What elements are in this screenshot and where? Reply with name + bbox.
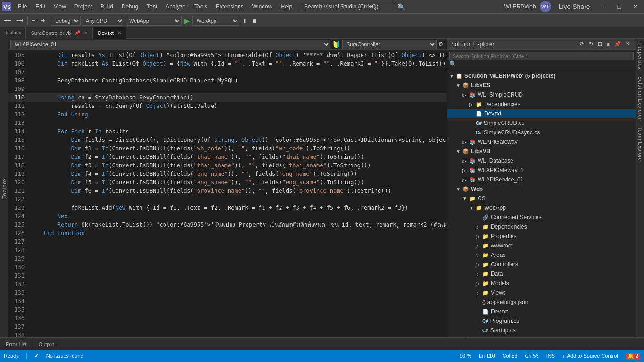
redo-btn[interactable]: ↪ <box>39 16 47 25</box>
code-line-116[interactable]: 116 Dim f1 = If(Convert.IsDBNull(fields(… <box>8 144 447 153</box>
code-line-136[interactable]: 136 <box>8 314 447 322</box>
tab-dev-txt[interactable]: Dev.txt ✕ <box>93 27 126 39</box>
profile-button[interactable]: WT <box>540 1 551 12</box>
team-explorer-tab[interactable]: Team Explorer <box>636 124 644 166</box>
menu-view[interactable]: View <box>50 2 70 11</box>
tree-item-19[interactable]: ▷📁Areas <box>447 250 636 260</box>
menu-extensions[interactable]: Extensions <box>212 2 248 11</box>
tree-item-11[interactable]: ▷📚WLAPIService_01 <box>447 175 636 184</box>
global-search-input[interactable] <box>301 2 395 11</box>
menu-tools[interactable]: Tools <box>190 2 211 11</box>
tree-item-3[interactable]: ▷📁Dependencies <box>447 99 636 109</box>
code-line-125[interactable]: 125 Return Ok(fakeList.ToList()) "color:… <box>8 221 447 229</box>
add-source-control[interactable]: ↑ Add to Source Control <box>562 353 618 360</box>
tree-item-26[interactable]: C#Program.cs <box>447 316 636 326</box>
menu-project[interactable]: Project <box>71 2 96 11</box>
tab-dev-close[interactable]: ✕ <box>117 30 121 35</box>
tree-item-20[interactable]: ▷📁Controllers <box>447 260 636 269</box>
menu-analyze[interactable]: Analyze <box>162 2 190 11</box>
code-line-134[interactable]: 134 <box>8 297 447 305</box>
menu-window[interactable]: Window <box>248 2 276 11</box>
se-pin-btn[interactable]: 📌 <box>612 40 623 48</box>
tab-sura-controller[interactable]: SuraController.vb 📌 ✕ <box>26 27 93 39</box>
code-line-120[interactable]: 120 Dim f5 = If(Convert.IsDBNull(fields(… <box>8 178 447 187</box>
menu-build[interactable]: Build <box>97 2 117 11</box>
class-dropdown[interactable]: WLAPIService_01 <box>10 40 330 49</box>
editor-settings-btn[interactable]: ⚙ <box>437 40 445 48</box>
menu-help[interactable]: Help <box>277 2 296 11</box>
tree-item-2[interactable]: ▷📚WL_SimpleCRUD <box>447 90 636 99</box>
code-line-133[interactable]: 133 <box>8 288 447 297</box>
code-line-106[interactable]: 106 Dim fakeList As IList(Of Object) = {… <box>8 59 447 68</box>
tree-item-0[interactable]: ▼📋Solution 'WLERPWeb' (6 projects) <box>447 71 636 81</box>
tree-item-21[interactable]: ▷📁Data <box>447 269 636 279</box>
tree-item-4[interactable]: 📄Dev.txt <box>447 109 636 118</box>
start-debug-btn[interactable]: ▶ <box>182 17 191 25</box>
solution-explorer-tab[interactable]: Solution Explorer <box>636 74 644 123</box>
code-line-131[interactable]: 131 <box>8 272 447 280</box>
pause-btn[interactable]: ⏸ <box>240 17 249 25</box>
tree-item-14[interactable]: ▼📁WebApp <box>447 203 636 213</box>
tree-item-24[interactable]: {}appsettings.json <box>447 297 636 307</box>
code-line-129[interactable]: 129 <box>8 255 447 263</box>
project-select[interactable]: WebApp <box>125 16 182 26</box>
code-line-115[interactable]: 115 Dim fields = DirectCast(r, IDictiona… <box>8 136 447 144</box>
code-line-135[interactable]: 135 <box>8 305 447 314</box>
code-line-124[interactable]: 124 Next <box>8 212 447 221</box>
code-line-126[interactable]: 126 End Function <box>8 229 447 238</box>
live-share-button[interactable]: Live Share <box>555 3 594 10</box>
forward-btn[interactable]: ⟶ <box>14 16 25 25</box>
code-line-130[interactable]: 130 <box>8 263 447 272</box>
tree-item-13[interactable]: ▼📁CS <box>447 194 636 203</box>
tree-item-12[interactable]: ▼📦Web <box>447 184 636 194</box>
tree-item-9[interactable]: ▷📚WL_Database <box>447 156 636 165</box>
menu-test[interactable]: Test <box>143 2 161 11</box>
tree-item-5[interactable]: C#SimpleCRUD.cs <box>447 118 636 128</box>
tree-item-18[interactable]: ▷📁wwwroot <box>447 241 636 250</box>
platform-select[interactable]: Any CPU <box>82 16 124 26</box>
code-line-117[interactable]: 117 Dim f2 = If(Convert.IsDBNull(fields(… <box>8 153 447 161</box>
se-close-btn[interactable]: ✕ <box>624 40 632 48</box>
menu-edit[interactable]: Edit <box>32 2 49 11</box>
tree-item-23[interactable]: ▷📁Views <box>447 288 636 297</box>
close-button[interactable]: ✕ <box>629 3 642 10</box>
code-line-113[interactable]: 113 <box>8 119 447 127</box>
code-line-137[interactable]: 137 <box>8 322 447 331</box>
minimize-button[interactable]: ─ <box>598 3 610 10</box>
vs-logo[interactable]: VS <box>2 2 11 11</box>
back-btn[interactable]: ⟵ <box>2 16 13 25</box>
se-props-btn[interactable]: ≡ <box>605 40 611 48</box>
se-search-input[interactable] <box>449 52 634 60</box>
code-line-119[interactable]: 119 Dim f4 = If(Convert.IsDBNull(fields(… <box>8 170 447 178</box>
tree-item-7[interactable]: ▷📚WLAPIGateway <box>447 137 636 147</box>
undo-btn[interactable]: ↩ <box>30 16 38 25</box>
code-line-121[interactable]: 121 Dim f6 = If(Convert.IsDBNull(fields(… <box>8 187 447 195</box>
code-line-123[interactable]: 123 fakeList.Add(New With {.Id = f1, .Te… <box>8 204 447 212</box>
code-line-128[interactable]: 128 <box>8 246 447 255</box>
code-line-127[interactable]: 127 <box>8 238 447 246</box>
code-line-122[interactable]: 122 <box>8 195 447 204</box>
output-tab[interactable]: Output <box>33 338 60 350</box>
function-dropdown[interactable]: SuraController <box>342 40 437 49</box>
se-sync-btn[interactable]: ⟳ <box>578 40 586 48</box>
code-line-132[interactable]: 132 <box>8 280 447 288</box>
tree-item-28[interactable]: ▷📦VB <box>447 335 636 337</box>
tab-sura-pin[interactable]: 📌 <box>74 30 80 35</box>
tree-item-6[interactable]: C#SimpleCRUDAsync.cs <box>447 128 636 137</box>
properties-tab[interactable]: Properties <box>636 41 644 73</box>
tree-item-1[interactable]: ▼📦LibsCS <box>447 81 636 90</box>
start-project-select[interactable]: WebApp <box>192 16 239 26</box>
code-line-107[interactable]: 107 <box>8 68 447 76</box>
code-line-105[interactable]: 105 Dim results As IList(Of Object) "col… <box>8 51 447 59</box>
code-line-138[interactable]: 138 <box>8 331 447 337</box>
se-refresh-btn[interactable]: ↻ <box>587 40 595 48</box>
code-line-109[interactable]: 109 <box>8 85 447 93</box>
tab-toolbox[interactable]: Toolbox <box>0 27 26 39</box>
maximize-button[interactable]: □ <box>614 3 625 10</box>
tree-item-15[interactable]: 🔗Connected Services <box>447 213 636 222</box>
code-line-114[interactable]: 114 For Each r In results <box>8 127 447 136</box>
stop-btn[interactable]: ⏹ <box>250 17 259 25</box>
se-search[interactable]: 🔍 <box>447 50 636 69</box>
code-line-108[interactable]: 108 SexyDatabase.ConfigDatabase(SimpleCR… <box>8 76 447 85</box>
tree-item-17[interactable]: ▷📁Properties <box>447 231 636 241</box>
